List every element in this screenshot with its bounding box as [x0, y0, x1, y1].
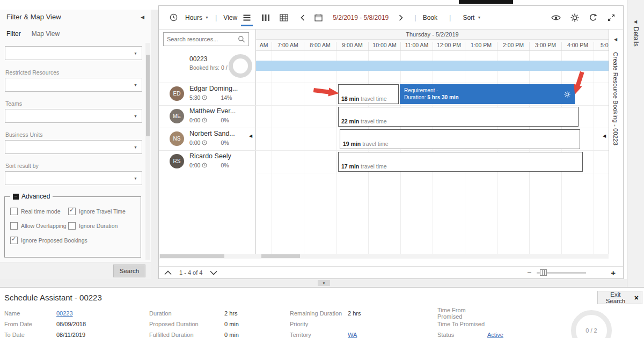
travel-time-block[interactable]: 22 mintravel time	[338, 107, 579, 127]
field-value-link[interactable]: Active	[487, 332, 503, 338]
field-label: Territory	[290, 332, 348, 338]
zoom-slider[interactable]	[537, 272, 586, 274]
resource-row[interactable]: ME Matthew Ever... 0:00 0%	[159, 105, 256, 128]
create-resource-booking-tab[interactable]: ◀ Create Resource Booking - 00223	[609, 30, 623, 254]
requirement-name: 00223	[189, 55, 207, 63]
scrollbar-thumb[interactable]	[261, 254, 300, 258]
checkbox-icon[interactable]	[68, 208, 76, 215]
avatar: ED	[170, 86, 184, 101]
hour-label: 7:00 AM	[272, 42, 304, 51]
checkbox-label: Ignore Proposed Bookings	[21, 237, 87, 244]
zoom-slider-thumb[interactable]	[540, 269, 547, 276]
checkbox-icon[interactable]	[10, 208, 18, 215]
requirement-row[interactable]: 00223 Booked hrs: 0 / 2	[159, 50, 256, 83]
scrollbar-thumb[interactable]	[160, 254, 224, 258]
checkbox-real-time-mode[interactable]: Real time mode	[10, 208, 61, 215]
collapse-section-icon[interactable]	[13, 194, 19, 200]
field-label: To Date	[4, 332, 56, 338]
resource-row[interactable]: RS Ricardo Seely 0:00 0%	[159, 150, 256, 173]
pan-left-icon[interactable]: ◀	[249, 134, 252, 138]
sort-result-by-label: Sort result by	[5, 163, 39, 169]
pan-right-icon[interactable]: ◀	[603, 134, 606, 138]
remaining-hours-text: 0 / 2	[586, 327, 597, 334]
resource-name: Matthew Ever...	[189, 107, 236, 115]
gear-icon[interactable]	[570, 13, 579, 22]
exit-search-label: Exit Search	[601, 291, 630, 304]
hours-scale-button[interactable]: Hours	[185, 14, 202, 21]
restricted-resources-dropdown[interactable]: ▼	[5, 78, 142, 92]
top-nav-active-tab-indicator	[459, 0, 513, 4]
travel-time-block[interactable]: 17 mintravel time	[338, 152, 583, 172]
resource-hours: 0:00	[189, 139, 200, 146]
field-value-link[interactable]: 00223	[56, 310, 73, 317]
advanced-legend[interactable]: Advanced	[10, 193, 53, 200]
page-up-icon[interactable]	[164, 270, 172, 275]
sort-button[interactable]: Sort	[463, 14, 474, 21]
details-column: Remaining Duration2 hrs Priority Territo…	[290, 308, 361, 338]
grid-view-button[interactable]	[280, 14, 288, 21]
visibility-icon[interactable]	[551, 14, 561, 21]
search-resources-input[interactable]	[164, 36, 238, 42]
calendar-icon[interactable]	[314, 14, 323, 21]
filter-dropdown-1[interactable]: ▼	[5, 46, 142, 60]
tab-filter[interactable]: Filter	[6, 30, 21, 38]
exit-search-button[interactable]: Exit Search ×	[597, 291, 642, 304]
scheduler-toolbar: Hours ▼ | View 5/2/2019 - 5/8/2019	[159, 6, 623, 30]
tab-map-view[interactable]: Map View	[32, 30, 60, 38]
bottom-panel-splitter-handle[interactable]: ▼	[318, 280, 330, 286]
checkbox-label: Allow Overlapping	[21, 223, 67, 229]
travel-time-block[interactable]: 18 mintravel time	[338, 84, 399, 104]
next-period-button[interactable]	[399, 14, 403, 21]
checkbox-icon[interactable]	[10, 237, 18, 244]
filter-panel-scrollbar[interactable]	[145, 43, 150, 260]
resource-search-box	[163, 32, 249, 46]
checkbox-allow-overlapping[interactable]: Allow Overlapping	[10, 222, 67, 230]
timeline-view-button[interactable]	[261, 14, 270, 21]
checkbox-ignore-travel-time[interactable]: Ignore Travel Time	[68, 208, 126, 215]
scrollbar-thumb[interactable]	[146, 55, 150, 136]
date-range[interactable]: 5/2/2019 - 5/8/2019	[333, 14, 389, 21]
resource-percent: 14%	[221, 94, 232, 101]
hour-label: 12:00 PM	[433, 42, 465, 51]
field-value-link[interactable]: WA	[348, 332, 357, 338]
resource-name: Norbert Sand...	[189, 130, 235, 137]
resource-row[interactable]: ED Edgar Doming... 5:30 14%	[159, 83, 256, 106]
book-button[interactable]: Book	[423, 14, 437, 21]
resource-stats: 5:30 14%	[189, 94, 232, 101]
zoom-in-button[interactable]: +	[611, 268, 616, 277]
checkbox-label: Real time mode	[21, 208, 61, 215]
expand-panel-icon[interactable]: ◀	[614, 37, 617, 42]
zoom-out-button[interactable]: −	[527, 268, 531, 277]
resource-row[interactable]: NS Norbert Sand... 0:00 0%	[159, 128, 256, 151]
resource-list-hscrollbar[interactable]	[159, 254, 256, 259]
teams-dropdown[interactable]: ▼	[5, 109, 142, 123]
travel-time-block[interactable]: 19 mintravel time	[340, 129, 580, 149]
page-down-icon[interactable]	[210, 270, 217, 275]
requirement-booking-block[interactable]: Requirement - Duration: 5 hrs 30 min	[400, 84, 575, 104]
gear-icon[interactable]	[564, 91, 570, 98]
clock-icon	[202, 95, 207, 100]
collapse-filter-panel-icon[interactable]: ◀	[141, 14, 144, 20]
checkbox-ignore-proposed-bookings[interactable]: Ignore Proposed Bookings	[10, 237, 87, 244]
details-rail[interactable]: ◀ Details	[627, 0, 644, 287]
teams-label: Teams	[5, 100, 22, 107]
schedule-grid[interactable]: 18 mintravel time Requirement - Duration…	[256, 51, 609, 254]
business-units-dropdown[interactable]: ▼	[5, 140, 142, 154]
sort-result-by-dropdown[interactable]: ▼	[5, 171, 142, 185]
list-view-button[interactable]	[243, 14, 251, 21]
timeline-hscrollbar[interactable]	[256, 254, 609, 259]
checkbox-ignore-duration[interactable]: Ignore Duration	[68, 222, 118, 230]
search-button[interactable]: Search	[113, 264, 145, 277]
schedule-board-page: Filter & Map View ◀ Filter Map View ▼ Re…	[0, 0, 644, 338]
expand-details-icon[interactable]: ◀	[634, 19, 637, 24]
expand-icon[interactable]	[607, 13, 616, 22]
checkbox-icon[interactable]	[10, 222, 18, 230]
search-icon[interactable]	[238, 35, 245, 43]
booked-hours-donut	[229, 54, 252, 78]
refresh-icon[interactable]	[589, 13, 597, 22]
checkbox-icon[interactable]	[68, 222, 76, 230]
day-header: Thursday - 5/2/2019	[256, 30, 609, 40]
previous-period-button[interactable]	[301, 14, 305, 21]
chevron-down-icon: ▼	[134, 114, 137, 118]
create-resource-booking-label: Create Resource Booking - 00223	[612, 52, 619, 145]
